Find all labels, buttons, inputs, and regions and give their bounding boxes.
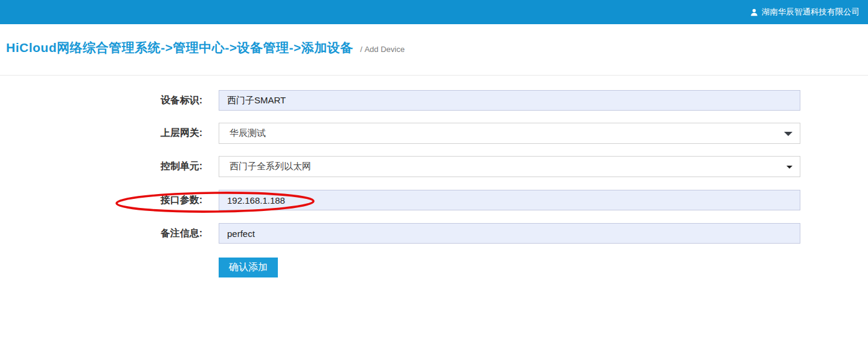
- top-bar: 湖南华辰智通科技有限公司: [0, 0, 868, 24]
- form-row-submit: 确认添加: [0, 258, 868, 277]
- form-row-device-id: 设备标识:: [0, 90, 868, 111]
- account-menu[interactable]: 湖南华辰智通科技有限公司: [750, 7, 868, 18]
- page-subtitle: / Add Device: [360, 45, 405, 54]
- chevron-down-icon: [786, 166, 792, 169]
- remark-label: 备注信息:: [0, 223, 202, 244]
- chevron-down-icon: [784, 132, 792, 136]
- device-id-input[interactable]: [219, 90, 800, 111]
- gateway-label: 上层网关:: [0, 123, 202, 144]
- form-row-interface-params: 接口参数:: [0, 190, 868, 210]
- control-unit-select[interactable]: 西门子全系列以太网: [219, 156, 800, 177]
- page: 湖南华辰智通科技有限公司 HiCloud网络综合管理系统->管理中心->设备管理…: [0, 0, 868, 347]
- breadcrumb: HiCloud网络综合管理系统->管理中心->设备管理->添加设备 / Add …: [6, 39, 405, 56]
- confirm-add-button[interactable]: 确认添加: [219, 258, 278, 277]
- form-row-remark: 备注信息:: [0, 223, 868, 244]
- add-device-form: 设备标识: 上层网关: 华辰测试 控制单元: 西门子全系列以太网: [0, 90, 868, 277]
- form-row-control-unit: 控制单元: 西门子全系列以太网: [0, 156, 868, 177]
- interface-params-label: 接口参数:: [0, 190, 202, 210]
- company-name: 湖南华辰智通科技有限公司: [762, 7, 860, 18]
- form-row-gateway: 上层网关: 华辰测试: [0, 123, 868, 144]
- gateway-select[interactable]: 华辰测试: [219, 123, 800, 144]
- interface-params-input[interactable]: [219, 190, 800, 210]
- page-title: HiCloud网络综合管理系统->管理中心->设备管理->添加设备: [6, 41, 353, 54]
- user-icon: [750, 8, 758, 16]
- control-unit-selected-value: 西门子全系列以太网: [230, 161, 311, 172]
- control-unit-label: 控制单元:: [0, 156, 202, 177]
- remark-input[interactable]: [219, 223, 800, 244]
- title-bar: HiCloud网络综合管理系统->管理中心->设备管理->添加设备 / Add …: [0, 24, 868, 76]
- device-id-label: 设备标识:: [0, 90, 202, 111]
- gateway-selected-value: 华辰测试: [230, 128, 266, 139]
